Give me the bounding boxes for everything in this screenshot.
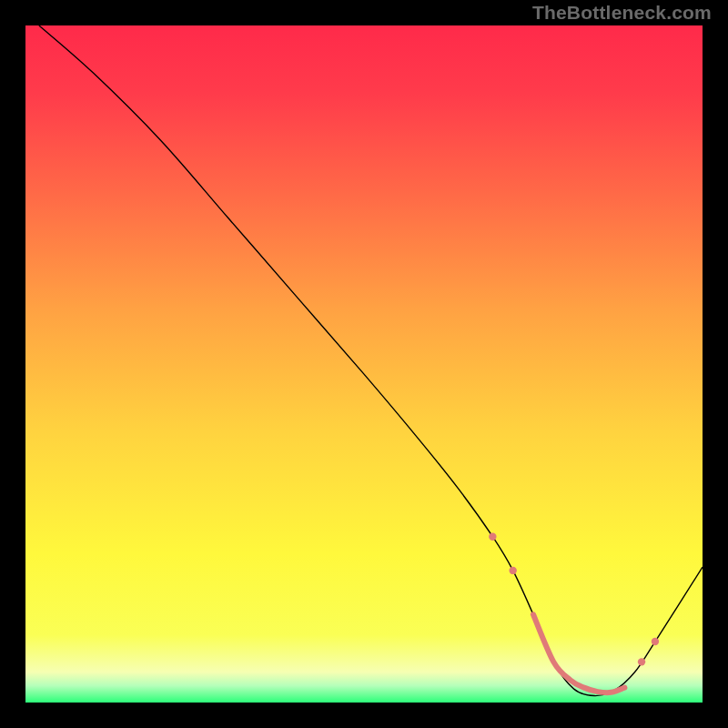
watermark-text: TheBottleneck.com: [532, 2, 712, 24]
chart-canvas: [0, 0, 728, 728]
plot-background: [25, 25, 703, 703]
highlight-dot: [652, 638, 659, 645]
chart-svg: [0, 0, 728, 728]
highlight-dot: [489, 533, 496, 541]
highlight-dot: [509, 567, 516, 574]
highlight-dot: [638, 658, 645, 665]
